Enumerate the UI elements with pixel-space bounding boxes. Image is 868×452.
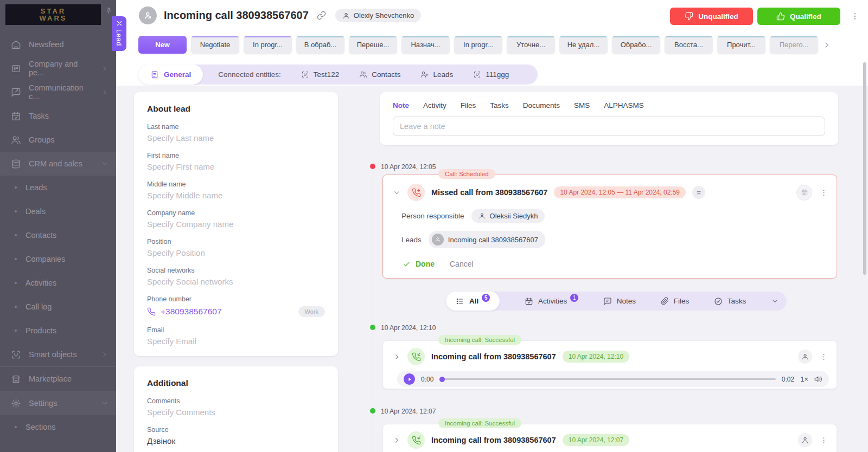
audio-progress-bar[interactable] xyxy=(439,378,775,380)
filter-tasks[interactable]: Tasks xyxy=(714,297,746,306)
company-name-field[interactable]: Specify Company name xyxy=(147,219,325,229)
last-name-field[interactable]: Specify Last name xyxy=(147,133,325,143)
tab-tasks[interactable]: Tasks xyxy=(490,101,509,109)
calendar-avatar-icon[interactable] xyxy=(796,185,812,201)
collapse-icon[interactable] xyxy=(393,189,401,197)
kebab-menu-icon[interactable] xyxy=(820,436,828,444)
stages-next-icon[interactable] xyxy=(822,41,831,49)
stage-new[interactable]: New xyxy=(138,36,187,54)
sidebar-subitem-call-log[interactable]: Call log xyxy=(0,295,116,319)
sidebar-item-company[interactable]: Company and pe... xyxy=(0,56,116,80)
list-icon xyxy=(456,297,464,306)
sidebar-item-smart-objects[interactable]: Smart objects xyxy=(0,343,116,366)
first-name-field[interactable]: Specify First name xyxy=(147,162,325,171)
volume-icon[interactable] xyxy=(814,375,822,383)
sidebar-item-marketplace[interactable]: Marketplace xyxy=(0,367,116,391)
stage-ne-udal[interactable]: Не удал... xyxy=(559,36,608,54)
sidebar-item-crm[interactable]: CRM and sales xyxy=(0,152,116,176)
sidebar-subitem-sections[interactable]: Sections xyxy=(0,415,116,439)
filter-notes[interactable]: Notes xyxy=(603,297,636,306)
stage-v-obrab[interactable]: В обраб... xyxy=(296,36,344,54)
owner-chip[interactable]: Olexiy Shevchenko xyxy=(335,9,421,22)
sidebar-subitem-leads[interactable]: Leads xyxy=(0,176,116,199)
filter-files[interactable]: Files xyxy=(661,297,690,305)
person-responsible-chip[interactable]: Oleksii Siedykh xyxy=(471,209,545,223)
stage-negotiate[interactable]: Negotiate xyxy=(191,36,239,54)
audio-speed[interactable]: 1× xyxy=(800,375,808,383)
middle-name-field[interactable]: Specify Middle name xyxy=(147,191,325,200)
timeline-date: 10 Apr 2024, 12:10 xyxy=(381,324,436,332)
person-avatar-icon[interactable] xyxy=(798,350,812,364)
sidebar-subitem-activities[interactable]: Activities xyxy=(0,271,116,295)
sidebar-subitem-deals[interactable]: Deals xyxy=(0,199,116,223)
pushpin-icon[interactable] xyxy=(105,7,113,15)
sidebar-item-groups[interactable]: Groups xyxy=(0,128,116,152)
sidebar-subitem-contacts[interactable]: Contacts xyxy=(0,223,116,247)
tab-sms[interactable]: SMS xyxy=(574,101,590,109)
sidebar-item-settings[interactable]: Settings xyxy=(0,391,116,415)
note-input[interactable] xyxy=(393,117,825,136)
tab-activity[interactable]: Activity xyxy=(423,101,446,109)
play-button[interactable] xyxy=(404,373,415,385)
tab-documents[interactable]: Documents xyxy=(523,101,560,109)
tab-note[interactable]: Note xyxy=(393,101,409,109)
stage-perego[interactable]: Перего... xyxy=(770,36,818,54)
sidebar-subitem-products[interactable]: Products xyxy=(0,319,116,343)
copy-link-icon[interactable] xyxy=(317,11,326,20)
close-icon[interactable] xyxy=(116,20,123,27)
audio-progress-thumb[interactable] xyxy=(439,377,445,382)
sidebar-item-tasks[interactable]: Tasks xyxy=(0,104,116,128)
equals-icon[interactable]: = xyxy=(692,186,705,199)
lead-chip[interactable]: Incoming call 380938567607 xyxy=(429,231,545,248)
done-button[interactable]: Done xyxy=(403,260,435,268)
tab-test122[interactable]: Test122 xyxy=(301,70,339,79)
filter-activities[interactable]: Activities 1 xyxy=(525,297,578,306)
stage-in-progress-2[interactable]: In progr... xyxy=(454,36,502,54)
qualified-button[interactable]: Qualified xyxy=(757,8,840,25)
stage-label: Восста... xyxy=(674,41,703,49)
cancel-button[interactable]: Cancel xyxy=(450,260,474,268)
tab-contacts[interactable]: Contacts xyxy=(359,70,400,79)
kebab-menu-icon[interactable] xyxy=(851,12,859,21)
stage-accent xyxy=(507,36,555,37)
tab-leads[interactable]: Leads xyxy=(420,70,453,79)
filter-expand-icon[interactable] xyxy=(771,297,779,305)
email-field[interactable]: Specify Email xyxy=(147,337,325,346)
call-title: Incoming call from 380938567607 xyxy=(431,352,556,361)
stage-pereshe[interactable]: Переше... xyxy=(349,36,397,54)
kebab-menu-icon[interactable] xyxy=(820,353,828,361)
workspace-logo[interactable]: STAR WARS xyxy=(5,4,101,25)
bullet-icon xyxy=(15,258,17,260)
unqualified-button[interactable]: Unqualified xyxy=(670,8,753,25)
tab-111ggg[interactable]: 111ggg xyxy=(473,70,509,79)
filter-all[interactable]: All 5 xyxy=(446,292,500,311)
expand-icon[interactable] xyxy=(393,436,401,444)
expand-icon[interactable] xyxy=(393,353,401,361)
stage-prochit[interactable]: Прочит... xyxy=(717,36,765,54)
filter-activities-badge: 1 xyxy=(570,294,578,302)
sidebar-item-communication[interactable]: Communication c... xyxy=(0,80,116,104)
phone-link[interactable]: +380938567607 xyxy=(147,307,222,317)
stage-in-progress[interactable]: In progr... xyxy=(244,36,292,54)
lead-panel-tab[interactable]: Lead xyxy=(112,16,126,51)
tab-files[interactable]: Files xyxy=(461,101,476,109)
tab-alphasms[interactable]: ALPHASMS xyxy=(604,101,644,109)
person-icon xyxy=(478,212,486,219)
stage-accent xyxy=(665,36,713,37)
scrollbar[interactable] xyxy=(863,62,866,275)
source-field[interactable]: Дзвінок xyxy=(147,436,325,445)
person-avatar-icon[interactable] xyxy=(798,433,812,447)
comments-field[interactable]: Specify Comments xyxy=(147,408,325,417)
stage-vossta[interactable]: Восста... xyxy=(665,36,713,54)
stage-label: Negotiate xyxy=(200,41,231,49)
bullet-icon xyxy=(15,234,17,236)
tab-general[interactable]: General xyxy=(138,64,203,85)
stage-utochne[interactable]: Уточне... xyxy=(507,36,555,54)
sidebar-subitem-companies[interactable]: Companies xyxy=(0,247,116,271)
social-networks-field[interactable]: Specify Social networks xyxy=(147,277,325,286)
stage-obrabo[interactable]: Обрабо... xyxy=(612,36,660,54)
position-field[interactable]: Specify Position xyxy=(147,248,325,257)
sidebar-item-newsfeed[interactable]: Newsfeed xyxy=(0,33,116,56)
kebab-menu-icon[interactable] xyxy=(820,189,828,197)
stage-naznach[interactable]: Назнач... xyxy=(401,36,450,54)
